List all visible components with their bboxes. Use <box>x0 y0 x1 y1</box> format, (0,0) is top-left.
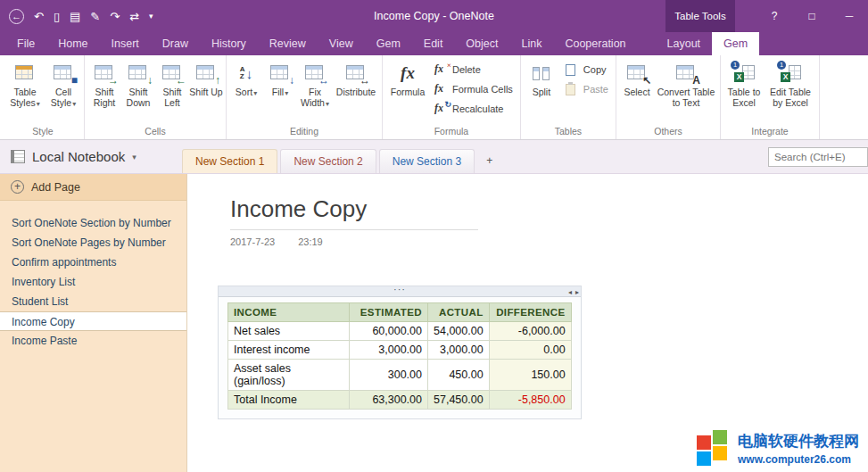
tab-gem-contextual-active[interactable]: Gem <box>712 32 759 55</box>
tab-review[interactable]: Review <box>258 32 318 55</box>
scroll-left-icon[interactable]: ◂ <box>568 288 572 296</box>
add-section-button[interactable]: + <box>477 149 501 173</box>
minimize-button[interactable]: ─ <box>831 0 868 32</box>
cell-style-button[interactable]: ■ Cell Style▾ <box>45 56 81 124</box>
section-tab-3[interactable]: New Section 3 <box>379 149 475 173</box>
section-tab-2[interactable]: New Section 2 <box>280 149 376 173</box>
cell-actual[interactable]: 54,000.00 <box>428 322 490 341</box>
distribute-button[interactable]: ↔ Distribute <box>333 56 379 124</box>
split-button[interactable]: Split <box>524 56 559 124</box>
cell-name[interactable]: Net sales <box>228 322 350 341</box>
edit-table-by-excel-button[interactable]: X1 Edit Table by Excel <box>765 56 816 124</box>
page-item[interactable]: Inventory List <box>0 272 186 292</box>
contextual-tab-group-label: Table Tools <box>665 0 735 32</box>
page-title[interactable]: Income Copy <box>230 195 868 223</box>
header-difference[interactable]: DIFFERENCE <box>489 303 571 322</box>
table-styles-button[interactable]: Table Styles▾ <box>4 56 45 124</box>
paste-icon <box>566 84 575 95</box>
ribbon-display-options-button[interactable]: □ <box>793 0 831 32</box>
drag-handle-dots-icon[interactable]: ··· <box>219 284 581 294</box>
customize-qat-icon[interactable]: ▾ <box>149 12 153 21</box>
shift-right-button[interactable]: → Shift Right <box>87 56 121 124</box>
dock-page-icon[interactable]: ▯ <box>54 10 60 23</box>
cell-difference[interactable]: -6,000.00 <box>489 322 571 341</box>
header-estimated[interactable]: ESTIMATED <box>350 303 428 322</box>
page-item[interactable]: Confirm appointments <box>0 253 186 272</box>
page-item[interactable]: Student List <box>0 292 186 311</box>
tab-insert[interactable]: Insert <box>100 32 151 55</box>
delete-formula-button[interactable]: fx× Delete <box>432 62 516 76</box>
cell-estimated[interactable]: 63,300.00 <box>350 391 428 410</box>
redo-icon[interactable]: ↷ <box>110 10 120 23</box>
paste-button[interactable]: Paste <box>561 82 611 95</box>
notebook-section-bar: Local Notebook ▾ New Section 1 New Secti… <box>0 140 868 174</box>
search-input[interactable] <box>768 147 868 167</box>
ribbon-group-others: ↖ Select A Convert Table to Text Others <box>616 55 721 139</box>
page-item-selected[interactable]: Income Copy <box>0 311 186 331</box>
sort-button[interactable]: AZ↓ Sort▾ <box>229 56 263 124</box>
tab-draw[interactable]: Draw <box>151 32 200 55</box>
tab-home[interactable]: Home <box>46 32 99 55</box>
cell-estimated[interactable]: 3,000.00 <box>350 341 428 360</box>
fix-width-button[interactable]: ↔ Fix Width▾ <box>297 56 333 124</box>
favorite-pen-icon[interactable]: ✎ <box>90 10 100 23</box>
cell-actual[interactable]: 3,000.00 <box>428 341 490 360</box>
cell-estimated[interactable]: 300.00 <box>350 360 428 391</box>
formula-button[interactable]: fx Formula <box>385 56 430 124</box>
undo-icon[interactable]: ↶ <box>34 10 44 23</box>
tab-history[interactable]: History <box>200 32 258 55</box>
cell-difference[interactable]: 150.00 <box>489 360 571 391</box>
page-item[interactable]: Sort OneNote Pages by Number <box>0 233 186 253</box>
copy-button[interactable]: Copy <box>561 62 611 76</box>
tab-gem[interactable]: Gem <box>365 32 412 55</box>
group-label-tables: Tables <box>524 125 613 139</box>
income-table: INCOME ESTIMATED ACTUAL DIFFERENCE Net s… <box>227 302 572 410</box>
cell-actual[interactable]: 57,450.00 <box>428 391 490 410</box>
section-tab-1[interactable]: New Section 1 <box>182 149 277 173</box>
recalculate-button[interactable]: fx↻ Recalculate <box>432 102 516 115</box>
table-to-excel-button[interactable]: X1 Table to Excel <box>723 56 765 124</box>
fix-width-icon: ↔ <box>303 62 327 84</box>
cell-style-icon: ■ <box>52 62 75 84</box>
cell-name[interactable]: Asset sales (gain/loss) <box>228 360 350 391</box>
sync-icon[interactable]: ⇄ <box>129 10 139 23</box>
formula-cells-button[interactable]: fx Formula Cells <box>432 82 516 95</box>
scroll-arrows: ◂ ▸ <box>568 286 579 297</box>
shift-up-button[interactable]: ↑ Shift Up <box>189 56 223 124</box>
shift-left-button[interactable]: ← Shift Left <box>155 56 189 124</box>
ribbon-group-formula: fx Formula fx× Delete fx Formula Cells f… <box>383 55 521 139</box>
page-item[interactable]: Sort OneNote Section by Number <box>0 213 186 233</box>
header-actual[interactable]: ACTUAL <box>428 303 490 322</box>
cell-name[interactable]: Interest income <box>228 341 350 360</box>
tab-cooperation[interactable]: Cooperation <box>553 32 637 55</box>
tab-link[interactable]: Link <box>510 32 554 55</box>
select-icon: ↖ <box>625 62 649 84</box>
header-income[interactable]: INCOME <box>228 303 350 322</box>
notebook-selector[interactable]: Local Notebook ▾ <box>0 149 177 164</box>
page-item[interactable]: Income Paste <box>0 331 186 351</box>
tab-view[interactable]: View <box>318 32 365 55</box>
select-button[interactable]: ↖ Select <box>619 56 655 124</box>
help-button[interactable]: ? <box>756 0 793 32</box>
tab-edit[interactable]: Edit <box>412 32 455 55</box>
tab-layout[interactable]: Layout <box>656 32 713 55</box>
cell-difference[interactable]: 0.00 <box>489 341 571 360</box>
fill-button[interactable]: ↓ Fill▾ <box>263 56 297 124</box>
cell-estimated[interactable]: 60,000.00 <box>350 322 428 341</box>
chevron-down-icon: ▾ <box>132 153 136 161</box>
cell-actual[interactable]: 450.00 <box>428 360 490 391</box>
ribbon: Table Styles▾ ■ Cell Style▾ Style → Shif… <box>0 55 868 140</box>
table-total-row: Total Income 63,300.00 57,450.00 -5,850.… <box>228 391 572 410</box>
tab-object[interactable]: Object <box>454 32 509 55</box>
watermark-logo-icon <box>697 429 729 467</box>
cell-name[interactable]: Total Income <box>228 391 350 410</box>
add-page-button[interactable]: + Add Page <box>0 174 186 201</box>
full-page-view-icon[interactable]: ▤ <box>70 10 80 23</box>
back-icon[interactable]: ← <box>9 9 24 24</box>
scroll-right-icon[interactable]: ▸ <box>575 288 579 296</box>
cell-difference[interactable]: -5,850.00 <box>489 391 571 410</box>
convert-table-to-text-button[interactable]: A Convert Table to Text <box>655 56 717 124</box>
tab-file[interactable]: File <box>5 32 46 55</box>
shift-down-button[interactable]: ↓ Shift Down <box>121 56 155 124</box>
table-drag-bar[interactable]: ··· ◂ ▸ <box>219 286 581 297</box>
